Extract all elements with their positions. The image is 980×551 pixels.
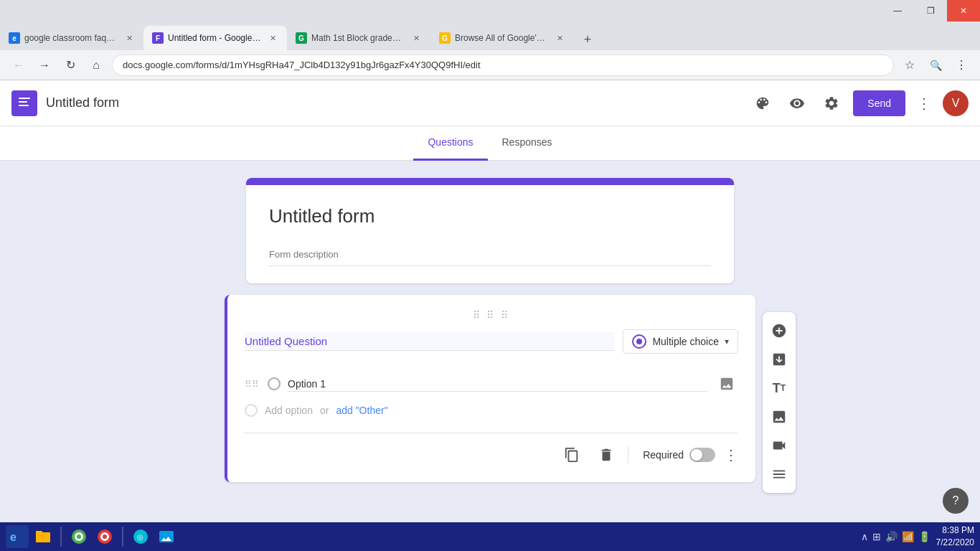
question-row: Multiple choice ▾: [245, 329, 738, 354]
add-option-radio: [245, 404, 258, 417]
tab-label-products: Browse All of Google's Products: [455, 33, 548, 43]
svg-text:◎: ◎: [137, 533, 143, 541]
tab-classroom[interactable]: e google classroom faqs article.do... ✕: [0, 26, 143, 50]
tab-responses[interactable]: Responses: [488, 126, 567, 161]
more-options-button[interactable]: ⋮: [951, 55, 971, 75]
settings-button[interactable]: [819, 90, 844, 116]
add-video-button[interactable]: [766, 433, 792, 458]
palette-button[interactable]: [750, 90, 776, 116]
send-button[interactable]: Send: [853, 90, 905, 116]
avatar[interactable]: V: [943, 90, 969, 116]
bottom-more-button[interactable]: ⋮: [724, 446, 738, 463]
back-button[interactable]: ←: [9, 55, 29, 75]
taskbar-chrome1-icon[interactable]: [67, 525, 90, 548]
title-bar: — ❐ ✕: [0, 0, 980, 22]
home-button[interactable]: ⌂: [86, 55, 106, 75]
toggle-knob: [691, 449, 702, 461]
tray-battery-icon[interactable]: 🔋: [918, 531, 930, 542]
tab-bar: e google classroom faqs article.do... ✕ …: [0, 22, 980, 50]
tab-close-products[interactable]: ✕: [554, 32, 565, 44]
taskbar-ie-icon[interactable]: e: [6, 525, 29, 548]
form-title-input[interactable]: [269, 205, 711, 232]
tab-close-classroom[interactable]: ✕: [123, 32, 135, 44]
tray-signal-icon[interactable]: 📶: [902, 531, 914, 542]
tray-up-icon[interactable]: ∧: [861, 531, 868, 542]
required-section: Required: [643, 448, 715, 462]
duplicate-button[interactable]: [559, 442, 585, 468]
tab-forms[interactable]: F Untitled form - Google Forms ✕: [143, 26, 287, 50]
window-controls: — ❐ ✕: [881, 0, 980, 22]
card-bottom-actions: Required ⋮: [245, 433, 738, 468]
tab-questions[interactable]: Questions: [413, 126, 487, 161]
required-toggle[interactable]: [689, 448, 715, 462]
tab-label-forms: Untitled form - Google Forms: [168, 33, 261, 43]
tab-label-gradebook: Math 1st Block gradebook: [311, 33, 405, 43]
url-text: docs.google.com/forms/d/1mYHsgRHa47_JClb…: [123, 60, 481, 70]
option-drag-handle[interactable]: ⠿⠿: [245, 379, 259, 390]
svg-rect-2: [19, 105, 29, 106]
taskbar-chrome2-icon[interactable]: [93, 525, 116, 548]
taskbar: e ◎ ∧ ⊞ 🔊 📶 🔋 8:38 PM 7/22/2020: [0, 522, 980, 551]
add-title-button[interactable]: TT: [766, 375, 792, 401]
tray-network-icon[interactable]: ⊞: [872, 531, 881, 542]
header-more-button[interactable]: ⋮: [914, 95, 934, 112]
form-title-card: [246, 178, 734, 283]
question-type-label: Multiple choice: [652, 336, 719, 347]
import-questions-button[interactable]: [766, 347, 792, 372]
taskbar-right: ∧ ⊞ 🔊 📶 🔋 8:38 PM 7/22/2020: [861, 524, 974, 549]
multiple-choice-icon: [632, 334, 646, 349]
option-1-input[interactable]: [288, 377, 708, 392]
preview-button[interactable]: [784, 90, 810, 116]
add-section-button[interactable]: [766, 461, 792, 487]
svg-point-9: [103, 534, 107, 539]
zoom-button[interactable]: 🔍: [925, 55, 946, 75]
add-option-row: Add option or add "Other": [245, 400, 738, 421]
bookmark-button[interactable]: ☆: [900, 55, 920, 75]
taskbar-separator: [60, 527, 62, 547]
divider: [628, 446, 628, 463]
svg-rect-1: [19, 101, 27, 103]
tab-google-products[interactable]: G Browse All of Google's Products ✕: [430, 26, 574, 50]
tab-close-gradebook[interactable]: ✕: [410, 32, 422, 44]
add-question-button[interactable]: [766, 318, 792, 344]
tray-volume-icon[interactable]: 🔊: [885, 531, 897, 542]
add-image-button[interactable]: [766, 404, 792, 430]
taskbar-image-icon[interactable]: [155, 525, 178, 548]
drag-handle[interactable]: ⠿ ⠿ ⠿: [245, 309, 738, 321]
svg-text:e: e: [10, 531, 17, 543]
minimize-button[interactable]: —: [881, 0, 914, 22]
forward-button[interactable]: →: [34, 55, 55, 75]
taskbar-folder-icon[interactable]: [32, 525, 55, 548]
app-logo: [11, 90, 37, 116]
url-bar[interactable]: docs.google.com/forms/d/1mYHsgRHa47_JClb…: [112, 55, 894, 76]
tab-favicon-forms: F: [152, 32, 164, 44]
taskbar-app1-icon[interactable]: ◎: [129, 525, 152, 548]
tab-favicon-products: G: [439, 32, 451, 44]
svg-point-6: [77, 534, 81, 539]
app-title: Untitled form: [46, 95, 741, 110]
option-image-button[interactable]: [715, 372, 738, 395]
question-title-input[interactable]: [245, 332, 614, 351]
chevron-down-icon: ▾: [725, 336, 729, 347]
new-tab-button[interactable]: +: [577, 29, 598, 50]
refresh-button[interactable]: ↻: [60, 55, 80, 75]
form-description-input[interactable]: [269, 243, 711, 266]
add-other-link[interactable]: add "Other": [336, 405, 387, 416]
restore-button[interactable]: ❐: [914, 0, 947, 22]
help-button[interactable]: ?: [943, 488, 969, 514]
add-option-or: or: [320, 405, 329, 416]
radio-icon-inner: [636, 339, 642, 344]
close-button[interactable]: ✕: [947, 0, 980, 22]
question-area: ⠿ ⠿ ⠿ Multiple choice ▾ ⠿⠿: [225, 295, 755, 482]
time-text: 8:38 PM: [936, 524, 974, 537]
option-radio: [268, 377, 281, 390]
question-type-select[interactable]: Multiple choice ▾: [623, 329, 738, 354]
app-header: Untitled form Send ⋮ V: [0, 80, 980, 126]
tab-gradebook[interactable]: G Math 1st Block gradebook ✕: [287, 26, 430, 50]
system-tray: ∧ ⊞ 🔊 📶 🔋: [861, 531, 930, 542]
tabs-navigation: Questions Responses: [0, 126, 980, 161]
delete-button[interactable]: [593, 442, 619, 468]
add-option-text[interactable]: Add option: [265, 405, 313, 416]
tab-close-forms[interactable]: ✕: [267, 32, 278, 44]
header-actions: Send ⋮ V: [750, 90, 969, 116]
